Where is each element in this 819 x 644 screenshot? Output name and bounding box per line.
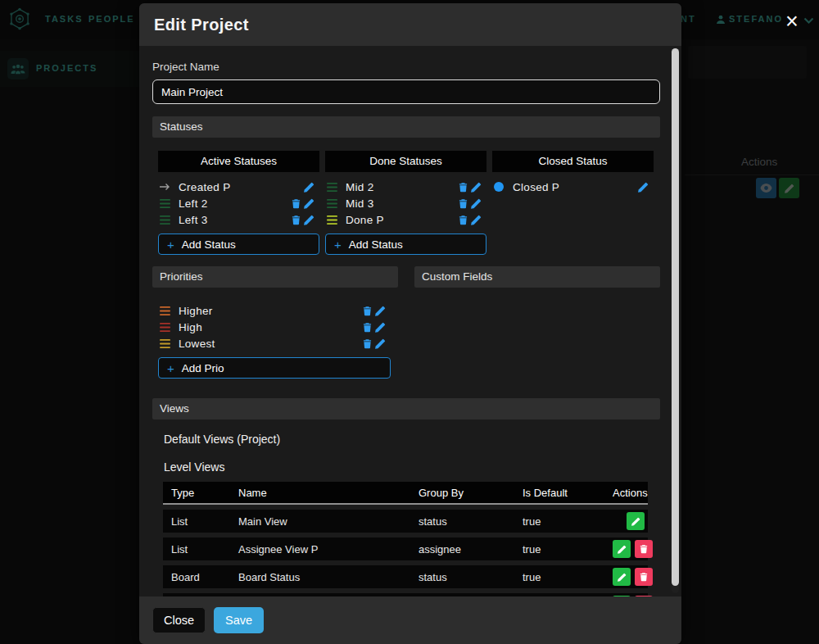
delete-status-icon[interactable] <box>459 198 468 209</box>
priorities-column: Priorities Higher <box>152 266 398 379</box>
delete-priority-icon[interactable] <box>363 338 372 349</box>
edit-status-icon[interactable] <box>471 182 482 193</box>
cell-is-default: true <box>523 543 613 556</box>
closed-circle-icon <box>494 182 506 192</box>
drag-handle-icon[interactable] <box>160 306 172 315</box>
col-name: Name <box>238 487 419 499</box>
cell-name: Main View <box>238 515 419 528</box>
close-button[interactable]: Close <box>152 607 206 633</box>
section-custom-fields: Custom Fields <box>414 266 660 288</box>
edit-view-button[interactable] <box>613 568 631 586</box>
cell-is-default: true <box>523 571 613 583</box>
status-name: Mid 3 <box>346 197 374 210</box>
delete-status-icon[interactable] <box>459 215 468 225</box>
delete-priority-icon[interactable] <box>363 306 372 316</box>
status-name: Done P <box>346 214 384 226</box>
project-name-input[interactable] <box>152 79 660 104</box>
add-status-label: Add Status <box>349 238 403 251</box>
plus-icon: + <box>334 238 342 251</box>
priority-name: Higher <box>179 305 213 317</box>
default-views-label: Default Views (Project) <box>164 433 660 446</box>
status-item: Done P <box>325 211 486 228</box>
modal-footer: Close Save <box>139 596 681 644</box>
section-priorities: Priorities <box>152 266 398 288</box>
column-header: Closed Status <box>492 151 654 172</box>
edit-status-icon[interactable] <box>638 182 649 193</box>
edit-project-modal: Edit Project Project Name Statuses Activ… <box>139 3 681 644</box>
table-row: List Assignee View P assignee true <box>163 537 648 560</box>
add-priority-button[interactable]: + Add Prio <box>158 357 391 379</box>
status-name: Closed P <box>513 181 559 193</box>
edit-status-icon[interactable] <box>471 198 482 209</box>
priority-item: High <box>158 319 391 335</box>
drag-handle-icon[interactable] <box>327 199 339 208</box>
table-row: List Main View status true <box>163 510 648 533</box>
drag-handle-icon[interactable] <box>327 215 339 224</box>
cell-type: List <box>163 515 238 528</box>
edit-status-icon[interactable] <box>304 182 314 193</box>
column-header: Active Statuses <box>158 151 319 172</box>
column-header: Done Statuses <box>325 151 486 172</box>
add-status-button[interactable]: + Add Status <box>325 234 486 255</box>
table-header-row: Type Name Group By Is Default Actions <box>163 482 648 505</box>
status-name: Left 3 <box>179 214 208 226</box>
drag-handle-icon[interactable] <box>160 339 172 348</box>
edit-status-icon[interactable] <box>304 215 314 225</box>
status-name: Created P <box>179 181 230 193</box>
drag-handle-icon[interactable] <box>327 183 339 192</box>
modal-title: Edit Project <box>154 16 249 34</box>
edit-status-icon[interactable] <box>471 215 482 225</box>
add-priority-label: Add Prio <box>182 362 224 374</box>
priority-name: High <box>179 321 202 333</box>
status-item: Created P <box>158 179 319 195</box>
level-views-label: Level Views <box>164 460 660 474</box>
custom-fields-column: Custom Fields <box>414 266 660 379</box>
cell-group-by: status <box>419 571 523 583</box>
delete-priority-icon[interactable] <box>363 322 372 333</box>
cell-type: List <box>163 543 238 556</box>
arrow-right-icon <box>160 183 172 191</box>
cell-type: Board <box>163 571 238 583</box>
edit-priority-icon[interactable] <box>375 306 386 316</box>
save-button[interactable]: Save <box>214 607 264 633</box>
modal-scrollbar-track[interactable] <box>672 48 679 593</box>
drag-handle-icon[interactable] <box>160 215 172 224</box>
project-name-label: Project Name <box>152 61 660 73</box>
done-statuses-column: Done Statuses Mid 2 <box>325 151 486 255</box>
delete-status-icon[interactable] <box>292 198 301 209</box>
col-actions: Actions <box>613 487 654 499</box>
cell-group-by: status <box>419 515 523 528</box>
status-item: Closed P <box>492 179 654 195</box>
delete-view-button[interactable] <box>635 568 653 586</box>
priority-item: Higher <box>158 302 391 319</box>
close-icon[interactable]: × <box>785 11 799 33</box>
cell-is-default: true <box>523 515 613 528</box>
add-status-label: Add Status <box>182 238 236 251</box>
delete-status-icon[interactable] <box>292 215 301 225</box>
add-status-button[interactable]: + Add Status <box>158 234 319 255</box>
status-item: Left 2 <box>158 195 319 211</box>
col-is-default: Is Default <box>523 487 613 499</box>
modal-scrollbar-thumb[interactable] <box>672 48 679 586</box>
priority-item: Lowest <box>158 335 391 351</box>
drag-handle-icon[interactable] <box>160 323 172 332</box>
edit-priority-icon[interactable] <box>375 322 386 333</box>
status-name: Mid 2 <box>346 181 374 193</box>
col-type: Type <box>163 487 238 499</box>
edit-status-icon[interactable] <box>304 198 314 209</box>
plus-icon: + <box>167 362 174 374</box>
edit-priority-icon[interactable] <box>375 338 386 349</box>
edit-view-button[interactable] <box>613 540 631 558</box>
modal-header: Edit Project <box>139 3 681 46</box>
delete-view-button[interactable] <box>635 540 653 558</box>
col-group-by: Group By <box>419 487 523 499</box>
drag-handle-icon[interactable] <box>160 199 172 208</box>
section-statuses: Statuses <box>152 116 660 138</box>
cell-group-by: assignee <box>419 543 523 556</box>
plus-icon: + <box>167 238 174 251</box>
active-statuses-column: Active Statuses Created P <box>158 151 319 255</box>
section-views: Views <box>152 398 660 420</box>
delete-status-icon[interactable] <box>459 182 468 193</box>
edit-view-button[interactable] <box>627 512 645 530</box>
priority-name: Lowest <box>179 338 215 350</box>
